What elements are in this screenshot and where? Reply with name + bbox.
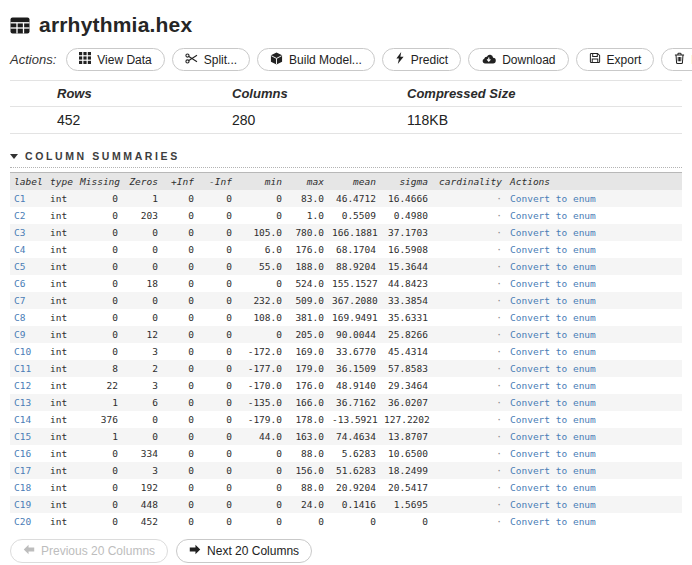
table-row: C3 int 0 0 0 0 105.0 780.0 166.1881 37.1…	[10, 224, 682, 241]
convert-to-enum-link[interactable]: Convert to enum	[510, 448, 596, 459]
column-label-link[interactable]: C1	[14, 193, 25, 204]
convert-to-enum-link[interactable]: Convert to enum	[510, 516, 596, 527]
convert-to-enum-link[interactable]: Convert to enum	[510, 431, 596, 442]
column-type: int	[46, 513, 76, 530]
convert-to-enum-link[interactable]: Convert to enum	[510, 210, 596, 221]
delete-button[interactable]: Delete	[661, 48, 692, 71]
column-label-link[interactable]: C11	[14, 363, 31, 374]
column-type: int	[46, 479, 76, 496]
column-label-link[interactable]: C7	[14, 295, 25, 306]
cell-missing: 0	[76, 462, 122, 479]
col-header-min: min	[236, 173, 286, 191]
cell-ninf: 0	[198, 496, 236, 513]
convert-to-enum-link[interactable]: Convert to enum	[510, 346, 596, 357]
convert-to-enum-link[interactable]: Convert to enum	[510, 499, 596, 510]
column-label-link[interactable]: C5	[14, 261, 25, 272]
convert-to-enum-link[interactable]: Convert to enum	[510, 414, 596, 425]
convert-to-enum-link[interactable]: Convert to enum	[510, 261, 596, 272]
page-title: arrhythmia.hex	[39, 13, 192, 37]
column-type: int	[46, 241, 76, 258]
cell-pinf: 0	[162, 377, 198, 394]
convert-to-enum-link[interactable]: Convert to enum	[510, 244, 596, 255]
column-label-link[interactable]: C17	[14, 465, 31, 476]
col-header-actions: Actions	[506, 173, 682, 191]
column-summaries-heading[interactable]: COLUMN SUMMARIES	[10, 150, 682, 168]
column-label-link[interactable]: C13	[14, 397, 31, 408]
summary-header-compressed-size: Compressed Size	[407, 81, 682, 107]
column-type: int	[46, 394, 76, 411]
convert-to-enum-link[interactable]: Convert to enum	[510, 363, 596, 374]
column-type: int	[46, 292, 76, 309]
cell-mean: 5.6283	[328, 445, 380, 462]
col-header-zeros: Zeros	[122, 173, 162, 191]
view-data-button[interactable]: View Data	[66, 48, 164, 71]
cell-missing: 22	[76, 377, 122, 394]
split-label: Split...	[204, 53, 237, 67]
column-label-link[interactable]: C6	[14, 278, 25, 289]
convert-to-enum-link[interactable]: Convert to enum	[510, 465, 596, 476]
cell-sigma: 45.4314	[380, 343, 432, 360]
cell-zeros: 0	[122, 309, 162, 326]
column-label-link[interactable]: C19	[14, 499, 31, 510]
column-label-link[interactable]: C9	[14, 329, 25, 340]
pagination: Previous 20 Columns Next 20 Columns	[10, 539, 682, 563]
convert-to-enum-link[interactable]: Convert to enum	[510, 295, 596, 306]
cardinality-dot: ·	[496, 448, 502, 459]
cell-max: 83.0	[286, 190, 328, 207]
convert-to-enum-link[interactable]: Convert to enum	[510, 312, 596, 323]
column-label-link[interactable]: C14	[14, 414, 31, 425]
cell-pinf: 0	[162, 190, 198, 207]
summary-value-columns: 280	[232, 107, 407, 134]
column-label-link[interactable]: C8	[14, 312, 25, 323]
column-label-link[interactable]: C4	[14, 244, 25, 255]
previous-20-columns-button[interactable]: Previous 20 Columns	[10, 539, 168, 563]
cell-zeros: 192	[122, 479, 162, 496]
split-button[interactable]: Split...	[172, 48, 250, 71]
cell-zeros: 3	[122, 377, 162, 394]
cell-mean: -13.5921	[328, 411, 380, 428]
cell-sigma: 1.5695	[380, 496, 432, 513]
summary-header-columns: Columns	[232, 81, 407, 107]
convert-to-enum-link[interactable]: Convert to enum	[510, 193, 596, 204]
column-label-link[interactable]: C10	[14, 346, 31, 357]
predict-button[interactable]: Predict	[382, 48, 461, 71]
convert-to-enum-link[interactable]: Convert to enum	[510, 278, 596, 289]
column-label-link[interactable]: C16	[14, 448, 31, 459]
cell-max: 176.0	[286, 377, 328, 394]
column-label-link[interactable]: C20	[14, 516, 31, 527]
column-label-link[interactable]: C2	[14, 210, 25, 221]
column-type: int	[46, 360, 76, 377]
export-button[interactable]: Export	[576, 48, 655, 71]
cell-pinf: 0	[162, 496, 198, 513]
cell-ninf: 0	[198, 479, 236, 496]
cell-missing: 0	[76, 479, 122, 496]
cell-sigma: 16.4666	[380, 190, 432, 207]
cell-pinf: 0	[162, 224, 198, 241]
build-model-button[interactable]: Build Model...	[257, 48, 375, 71]
next-20-columns-button[interactable]: Next 20 Columns	[176, 539, 312, 563]
column-label-link[interactable]: C3	[14, 227, 25, 238]
convert-to-enum-link[interactable]: Convert to enum	[510, 482, 596, 493]
cell-pinf: 0	[162, 445, 198, 462]
table-row: C12 int 22 3 0 0 -170.0 176.0 48.9140 29…	[10, 377, 682, 394]
cardinality-dot: ·	[496, 278, 502, 289]
cell-min: 232.0	[236, 292, 286, 309]
cell-max: 205.0	[286, 326, 328, 343]
col-header-type: type	[46, 173, 76, 191]
convert-to-enum-link[interactable]: Convert to enum	[510, 397, 596, 408]
cell-missing: 1	[76, 394, 122, 411]
column-summaries-title: COLUMN SUMMARIES	[25, 150, 180, 162]
convert-to-enum-link[interactable]: Convert to enum	[510, 227, 596, 238]
cell-max: 381.0	[286, 309, 328, 326]
convert-to-enum-link[interactable]: Convert to enum	[510, 380, 596, 391]
convert-to-enum-link[interactable]: Convert to enum	[510, 329, 596, 340]
column-label-link[interactable]: C12	[14, 380, 31, 391]
column-label-link[interactable]: C18	[14, 482, 31, 493]
cell-ninf: 0	[198, 292, 236, 309]
cell-pinf: 0	[162, 394, 198, 411]
download-button[interactable]: Download	[468, 48, 568, 71]
cardinality-dot: ·	[496, 431, 502, 442]
cell-ninf: 0	[198, 326, 236, 343]
cell-missing: 0	[76, 326, 122, 343]
column-label-link[interactable]: C15	[14, 431, 31, 442]
